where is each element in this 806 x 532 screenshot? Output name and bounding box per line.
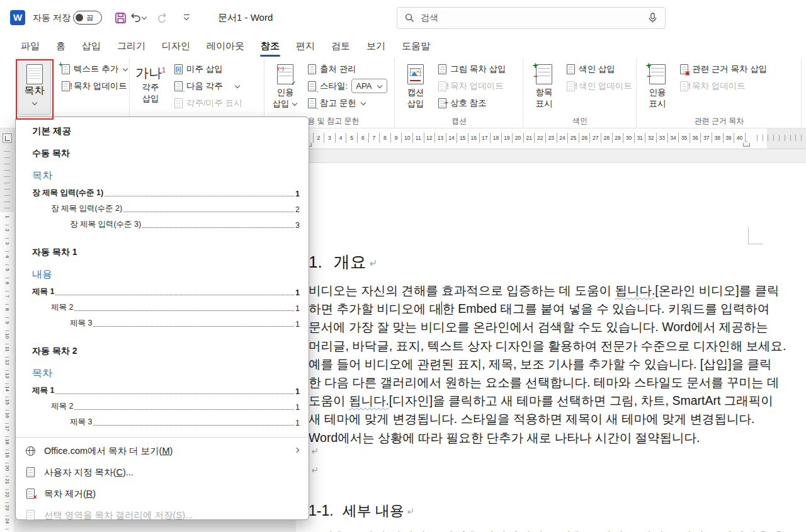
- ruler-tick: 16: [468, 133, 480, 143]
- doc-line: 새 테마에 맞게 변경됩니다. 스타일을 적용하면 제목이 새 테마에 맞게 변…: [309, 410, 746, 428]
- document-body[interactable]: 1. 개요 비디오는 자신의 견해를 효과적으로 입증하는 데 도움이 됩니다.…: [309, 251, 746, 532]
- mark-citation-label1: 인용: [649, 88, 666, 97]
- show-notes-icon: [174, 98, 183, 108]
- ribbon-tabs: 파일 홈 삽입 그리기 디자인 레이아웃 참조 편지 검토 보기 도움말: [0, 35, 806, 58]
- ruler-tick: [752, 135, 758, 141]
- ruler-tick: 27: [590, 133, 601, 143]
- add-text-label: 텍스트 추가: [74, 64, 118, 75]
- show-notes-button[interactable]: 각주/미주 표시: [172, 94, 245, 111]
- insert-table-of-authorities-label: 관련 근거 목차 삽입: [692, 64, 767, 75]
- style-label: 스타일:: [320, 81, 348, 92]
- proofing-underline: 됩니다.: [349, 393, 389, 407]
- redo-button[interactable]: [154, 9, 171, 26]
- tab-layout[interactable]: 레이아웃: [198, 35, 253, 58]
- tab-draw[interactable]: 그리기: [109, 35, 154, 58]
- group-label-authorities: 관련 근거 목차: [637, 116, 801, 127]
- ruler-tick: [763, 135, 769, 141]
- tab-view[interactable]: 보기: [358, 35, 394, 58]
- insert-footnote-button[interactable]: 가나1 각주 삽입: [133, 60, 167, 115]
- menu-item-more-from-office[interactable]: Office.com에서 목차 더 보기(M): [16, 440, 309, 461]
- add-text-button[interactable]: 텍스트 추가: [59, 60, 131, 77]
- bibliography-button[interactable]: 참고 문헌: [305, 94, 390, 111]
- ruler-tick: 25: [568, 133, 579, 143]
- tab-file[interactable]: 파일: [13, 35, 48, 58]
- insert-index-button[interactable]: 색인 삽입: [564, 60, 635, 77]
- tab-references[interactable]: 참조: [253, 35, 288, 58]
- tab-home[interactable]: 홈: [48, 35, 74, 58]
- toc-gallery-manual[interactable]: 수동 목차 목차 장 제목 입력(수준 1)1 장 제목 입력(수준 2)2 장…: [16, 148, 309, 230]
- save-button[interactable]: [112, 9, 128, 26]
- mark-citation-button[interactable]: 인용 표시: [640, 60, 674, 115]
- autosave-state: 끔: [86, 13, 94, 23]
- word-logo[interactable]: W: [10, 10, 25, 25]
- tab-mailings[interactable]: 편지: [288, 35, 323, 58]
- tab-design[interactable]: 디자인: [154, 35, 198, 58]
- vertical-ruler[interactable]: 123456789101112131415161718192021222324: [0, 128, 14, 532]
- ruler-tick: 3: [324, 133, 336, 143]
- toc-preview-row: 제목 11: [32, 286, 300, 297]
- insert-caption-button[interactable]: 캡션 삽입: [399, 60, 433, 115]
- insert-endnote-button[interactable]: 미주 삽입: [172, 60, 245, 77]
- paragraph-mark-icon: [406, 507, 414, 516]
- customize-toolbar-icon: [183, 14, 190, 21]
- manage-sources-icon: [308, 64, 316, 74]
- ruler-tick: 31: [635, 133, 646, 143]
- tab-insert[interactable]: 삽입: [74, 35, 109, 58]
- next-footnote-icon: [174, 81, 183, 91]
- ruler-tick: 23: [546, 133, 557, 143]
- autosave-toggle[interactable]: 끔: [73, 11, 102, 25]
- toc-preview-row: 제목 21: [32, 302, 300, 313]
- update-toc-button[interactable]: 목차 업데이트: [59, 77, 131, 94]
- ruler-tick: [4, 189, 10, 190]
- undo-icon: [130, 12, 141, 23]
- ruler-tick: 4: [336, 133, 347, 143]
- ruler-tick: [785, 135, 791, 141]
- cross-reference-icon: [438, 98, 446, 108]
- insert-citation-button[interactable]: 인용 삽입: [268, 60, 302, 115]
- ruler-tick: 12: [424, 133, 436, 143]
- ruler-tick: 29: [613, 133, 624, 143]
- toc-gallery-automatic-1[interactable]: 자동 목차 1 내용 제목 11 제목 21 제목 31: [16, 247, 309, 329]
- update-toc-label: 목차 업데이트: [74, 81, 127, 92]
- style-select[interactable]: APA: [351, 79, 387, 93]
- next-footnote-button[interactable]: 다음 각주: [172, 77, 245, 94]
- save-selection-icon: [25, 510, 37, 520]
- heading-1-number: 1.: [309, 252, 322, 272]
- customize-toolbar-button[interactable]: [178, 9, 195, 26]
- tab-review[interactable]: 검토: [323, 35, 358, 58]
- heading-2: 1-1. 세부 내용: [309, 501, 746, 521]
- ruler-tick: [4, 151, 10, 152]
- cross-reference-button[interactable]: 상호 참조: [436, 94, 509, 111]
- ruler-tick: 13: [435, 133, 446, 143]
- chevron-down-icon: [361, 99, 366, 105]
- document-page[interactable]: 1. 개요 비디오는 자신의 견해를 효과적으로 입증하는 데 도움이 됩니다.…: [296, 162, 806, 532]
- gallery-preview-title: 목차: [32, 367, 300, 380]
- menu-item-remove-toc[interactable]: 목차 제거(R): [16, 483, 309, 504]
- doc-line: 예를 들어 비디오에 관련된 표지, 제목, 보조 기사를 추가할 수 있습니다…: [309, 355, 746, 373]
- ruler-tick: [4, 201, 10, 202]
- update-authorities-button[interactable]: 목차 업데이트: [678, 77, 769, 94]
- update-table-button[interactable]: 목차 업데이트: [436, 77, 509, 94]
- toc-gallery-automatic-2[interactable]: 자동 목차 2 목차 제목 11 제목 21 제목 31: [16, 346, 309, 427]
- toc-preview-row: 제목 31: [32, 417, 300, 427]
- mark-entry-button[interactable]: 항목 표시: [527, 60, 561, 115]
- tab-help[interactable]: 도움말: [394, 35, 438, 58]
- menu-item-custom-toc[interactable]: 사용자 지정 목차(C)...: [16, 461, 309, 483]
- insert-table-of-authorities-button[interactable]: 관련 근거 목차 삽입: [678, 60, 769, 77]
- undo-button[interactable]: [128, 9, 149, 26]
- update-authorities-label: 목차 업데이트: [692, 81, 746, 92]
- dictate-mic-icon[interactable]: [648, 13, 657, 23]
- search-box[interactable]: 검색: [397, 7, 666, 29]
- search-icon: [405, 13, 414, 23]
- next-footnote-label: 다음 각주: [186, 81, 223, 92]
- style-brush-icon: [308, 81, 316, 91]
- add-text-icon: [62, 64, 70, 74]
- ruler-tick: 5: [346, 133, 358, 143]
- paragraph-1: 비디오는 자신의 견해를 효과적으로 입증하는 데 도움이 됩니다.[온라인 비…: [309, 281, 746, 455]
- manage-sources-button[interactable]: 출처 관리: [305, 60, 390, 77]
- insert-table-of-figures-button[interactable]: 그림 목차 삽입: [436, 60, 509, 77]
- update-index-button[interactable]: 색인 업데이트: [564, 77, 635, 94]
- menu-item-save-selection[interactable]: 선택 영역을 목차 갤러리에 저장(S)...: [16, 504, 309, 526]
- tab-selector-icon[interactable]: [3, 133, 12, 143]
- insert-citation-icon: [277, 64, 293, 84]
